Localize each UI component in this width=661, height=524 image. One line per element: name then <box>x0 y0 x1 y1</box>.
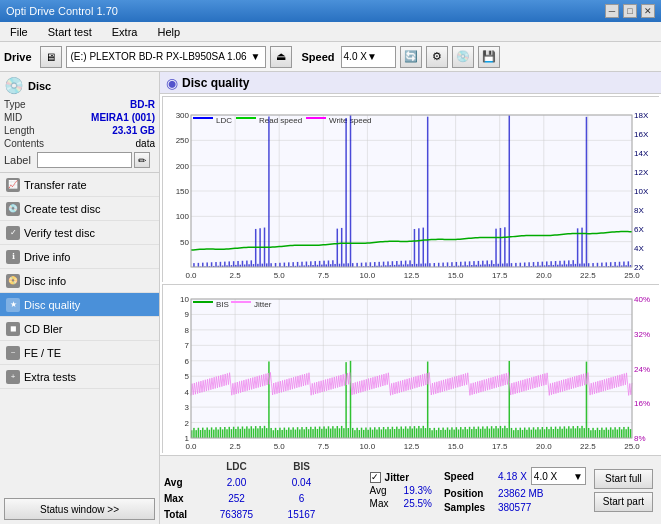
speed-dropdown[interactable]: 4.0 X ▼ <box>531 467 586 485</box>
disc-type-row: Type BD-R <box>4 99 155 110</box>
mid-label: MID <box>4 112 22 123</box>
nav-disc-quality-label: Disc quality <box>24 299 80 311</box>
disc-quality-header: ◉ Disc quality <box>160 72 661 94</box>
samples-label: Samples <box>444 502 494 513</box>
length-value: 23.31 GB <box>112 125 155 136</box>
jitter-avg-label: Avg <box>370 485 400 496</box>
cd-bler-icon: ◼ <box>6 322 20 336</box>
stats-area: LDC BIS Avg 2.00 0.04 Max 252 6 Total 76… <box>160 455 661 524</box>
start-part-button[interactable]: Start part <box>594 492 653 512</box>
stats-bis-header: BIS <box>269 461 334 472</box>
title-bar: Opti Drive Control 1.70 ─ □ ✕ <box>0 0 661 22</box>
start-full-button[interactable]: Start full <box>594 469 653 489</box>
bis-chart-canvas <box>163 285 660 454</box>
jitter-header-row: ✓ Jitter <box>370 472 432 483</box>
charts-area <box>160 94 661 455</box>
status-window-button[interactable]: Status window >> <box>4 498 155 520</box>
stats-avg-row: Avg 2.00 0.04 <box>164 474 362 490</box>
minimize-button[interactable]: ─ <box>605 4 619 18</box>
action-buttons: Start full Start part <box>590 458 657 522</box>
drive-select[interactable]: (E:) PLEXTOR BD-R PX-LB950SA 1.06 ▼ <box>66 46 266 68</box>
disc-title: Disc <box>28 80 51 92</box>
nav-fe-te[interactable]: ~ FE / TE <box>0 341 159 365</box>
nav-disc-quality[interactable]: ★ Disc quality <box>0 293 159 317</box>
position-label: Position <box>444 488 494 499</box>
disc-quality-title: Disc quality <box>182 76 249 90</box>
mid-value: MEIRA1 (001) <box>91 112 155 123</box>
nav-verify-test-disc[interactable]: ✓ Verify test disc <box>0 221 159 245</box>
disc-quality-icon: ★ <box>6 298 20 312</box>
label-edit-button[interactable]: ✏ <box>134 152 150 168</box>
nav-disc-info[interactable]: 📀 Disc info <box>0 269 159 293</box>
drive-info-icon: ℹ <box>6 250 20 264</box>
nav-extra-tests[interactable]: + Extra tests <box>0 365 159 389</box>
label-row: Label ✏ <box>4 152 155 168</box>
speed-stat-value: 4.18 X <box>498 471 527 482</box>
speed-select[interactable]: 4.0 X ▼ <box>341 46 396 68</box>
stats-max-label: Max <box>164 493 204 504</box>
stats-avg-bis: 0.04 <box>269 477 334 488</box>
speed-stat-label: Speed <box>444 471 494 482</box>
title-bar-controls: ─ □ ✕ <box>605 4 655 18</box>
main-layout: 💿 Disc Type BD-R MID MEIRA1 (001) Length… <box>0 72 661 524</box>
disc-contents-row: Contents data <box>4 138 155 149</box>
label-input[interactable] <box>37 152 132 168</box>
stats-max-bis: 6 <box>269 493 334 504</box>
disc-header: 💿 Disc <box>4 76 155 95</box>
disc-button[interactable]: 💿 <box>452 46 474 68</box>
menu-help[interactable]: Help <box>151 24 186 40</box>
nav-cd-bler[interactable]: ◼ CD Bler <box>0 317 159 341</box>
nav-menu: 📈 Transfer rate 💿 Create test disc ✓ Ver… <box>0 173 159 389</box>
disc-info-icon: 📀 <box>6 274 20 288</box>
nav-cd-bler-label: CD Bler <box>24 323 63 335</box>
maximize-button[interactable]: □ <box>623 4 637 18</box>
stats-ldc-header: LDC <box>204 461 269 472</box>
refresh-button[interactable]: 🔄 <box>400 46 422 68</box>
close-button[interactable]: ✕ <box>641 4 655 18</box>
contents-label: Contents <box>4 138 44 149</box>
contents-value: data <box>136 138 155 149</box>
jitter-max-label: Max <box>370 498 400 509</box>
nav-transfer-rate[interactable]: 📈 Transfer rate <box>0 173 159 197</box>
samples-row: Samples 380577 <box>444 502 586 513</box>
jitter-area: ✓ Jitter Avg 19.3% Max 25.5% <box>362 458 440 522</box>
nav-drive-info[interactable]: ℹ Drive info <box>0 245 159 269</box>
drive-icon-button[interactable]: 🖥 <box>40 46 62 68</box>
jitter-checkbox[interactable]: ✓ <box>370 472 381 483</box>
speed-position-area: Speed 4.18 X 4.0 X ▼ Position 23862 MB S… <box>440 458 590 522</box>
nav-create-test-disc-label: Create test disc <box>24 203 100 215</box>
speed-label: Speed <box>302 51 335 63</box>
label-key: Label <box>4 154 31 166</box>
menu-extra[interactable]: Extra <box>106 24 144 40</box>
stats-max-ldc: 252 <box>204 493 269 504</box>
stats-table: LDC BIS Avg 2.00 0.04 Max 252 6 Total 76… <box>164 458 362 522</box>
nav-disc-info-label: Disc info <box>24 275 66 287</box>
drive-label: Drive <box>4 51 32 63</box>
position-row: Position 23862 MB <box>444 488 586 499</box>
stats-total-row: Total 763875 15167 <box>164 506 362 522</box>
ldc-chart <box>162 96 659 282</box>
nav-fe-te-label: FE / TE <box>24 347 61 359</box>
create-test-disc-icon: 💿 <box>6 202 20 216</box>
settings-button[interactable]: ⚙ <box>426 46 448 68</box>
disc-quality-header-icon: ◉ <box>166 75 178 91</box>
nav-create-test-disc[interactable]: 💿 Create test disc <box>0 197 159 221</box>
stats-total-label: Total <box>164 509 204 520</box>
stats-avg-ldc: 2.00 <box>204 477 269 488</box>
nav-drive-info-label: Drive info <box>24 251 70 263</box>
disc-section: 💿 Disc Type BD-R MID MEIRA1 (001) Length… <box>0 72 159 173</box>
type-label: Type <box>4 99 26 110</box>
toolbar: Drive 🖥 (E:) PLEXTOR BD-R PX-LB950SA 1.0… <box>0 42 661 72</box>
menu-start-test[interactable]: Start test <box>42 24 98 40</box>
save-button[interactable]: 💾 <box>478 46 500 68</box>
stats-total-bis: 15167 <box>269 509 334 520</box>
menu-bar: File Start test Extra Help <box>0 22 661 42</box>
jitter-max-row: Max 25.5% <box>370 498 432 509</box>
stats-header-row: LDC BIS <box>164 458 362 474</box>
eject-button[interactable]: ⏏ <box>270 46 292 68</box>
jitter-label: Jitter <box>385 472 409 483</box>
jitter-max-value: 25.5% <box>404 498 432 509</box>
menu-file[interactable]: File <box>4 24 34 40</box>
nav-extra-tests-label: Extra tests <box>24 371 76 383</box>
jitter-avg-value: 19.3% <box>404 485 432 496</box>
